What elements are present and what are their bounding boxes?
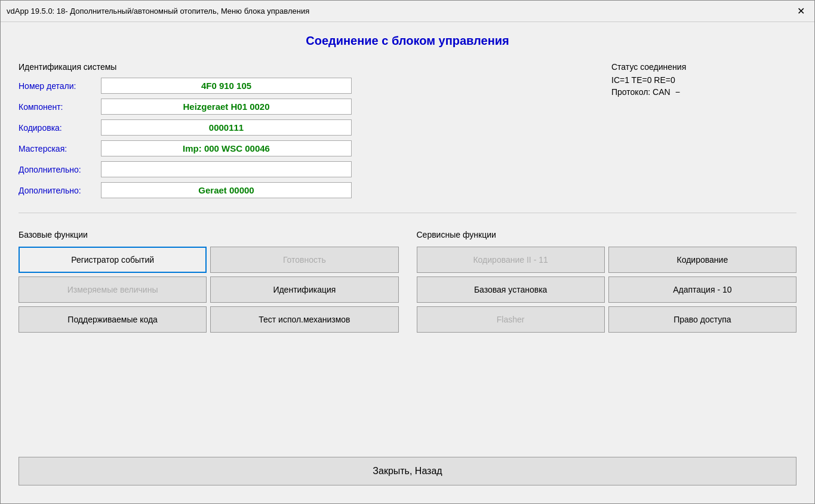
status-values: IC=1 TE=0 RE=0 bbox=[611, 75, 675, 85]
btn-supported-codes[interactable]: Поддерживаемые кода bbox=[19, 306, 207, 333]
field-value-0: 4F0 910 105 bbox=[101, 78, 352, 94]
main-content: Соединение с блоком управления Идентифик… bbox=[1, 22, 814, 503]
service-functions-grid: Кодирование II - 11 Кодирование Базовая … bbox=[417, 247, 797, 333]
field-value-3: Imp: 000 WSC 00046 bbox=[101, 140, 352, 156]
title-bar: vdApp 19.5.0: 18- Дополнительный/автоном… bbox=[1, 1, 814, 22]
field-row-2: Кодировка: 0000111 bbox=[19, 119, 593, 136]
protocol-dash: − bbox=[675, 87, 680, 97]
btn-identification[interactable]: Идентификация bbox=[210, 276, 398, 303]
status-title: Статус соединения bbox=[611, 62, 796, 72]
identification-label: Идентификация системы bbox=[19, 62, 593, 72]
field-row-1: Компонент: Heizgeraet H01 0020 bbox=[19, 99, 593, 115]
basic-functions-grid: Регистратор событий Готовность Измеряемы… bbox=[19, 247, 399, 333]
field-label-2: Кодировка: bbox=[19, 123, 96, 133]
field-row-0: Номер детали: 4F0 910 105 bbox=[19, 78, 593, 94]
divider bbox=[19, 213, 796, 213]
field-row-3: Мастерская: Imp: 000 WSC 00046 bbox=[19, 140, 593, 156]
page-title: Соединение с блоком управления bbox=[19, 34, 796, 48]
btn-register-events[interactable]: Регистратор событий bbox=[19, 247, 207, 273]
service-functions-group: Сервисные функции Кодирование II - 11 Ко… bbox=[417, 230, 797, 333]
close-main-button[interactable]: Закрыть, Назад bbox=[19, 457, 796, 485]
field-value-4 bbox=[101, 161, 352, 177]
field-value-1: Heizgeraet H01 0020 bbox=[101, 99, 352, 115]
field-label-3: Мастерская: bbox=[19, 144, 96, 153]
btn-test-actuators[interactable]: Тест испол.механизмов bbox=[210, 306, 398, 333]
field-row-4: Дополнительно: bbox=[19, 161, 593, 177]
id-fields: Идентификация системы Номер детали: 4F0 … bbox=[19, 62, 593, 201]
btn-basic-setup[interactable]: Базовая установка bbox=[417, 276, 605, 303]
window-close-button[interactable]: ✕ bbox=[794, 4, 808, 18]
protocol-label: Протокол: CAN bbox=[611, 87, 671, 97]
btn-readiness: Готовность bbox=[210, 247, 398, 273]
status-section: Статус соединения IC=1 TE=0 RE=0 Протоко… bbox=[605, 62, 796, 201]
btn-coding[interactable]: Кодирование bbox=[608, 247, 796, 273]
field-value-2: 0000111 bbox=[101, 119, 352, 136]
field-label-5: Дополнительно: bbox=[19, 186, 96, 195]
basic-functions-label: Базовые функции bbox=[19, 230, 399, 239]
service-functions-label: Сервисные функции bbox=[417, 230, 797, 239]
window-title: vdApp 19.5.0: 18- Дополнительный/автоном… bbox=[7, 7, 309, 16]
main-window: vdApp 19.5.0: 18- Дополнительный/автоном… bbox=[0, 0, 815, 504]
field-label-0: Номер детали: bbox=[19, 81, 96, 91]
btn-measured-values: Измеряемые величины bbox=[19, 276, 207, 303]
identification-section: Идентификация системы Номер детали: 4F0 … bbox=[19, 62, 796, 201]
close-button-row: Закрыть, Назад bbox=[19, 451, 796, 491]
field-label-1: Компонент: bbox=[19, 102, 96, 112]
status-row: IC=1 TE=0 RE=0 bbox=[611, 75, 796, 85]
btn-coding-ii: Кодирование II - 11 bbox=[417, 247, 605, 273]
protocol-row: Протокол: CAN − bbox=[611, 87, 796, 97]
functions-section: Базовые функции Регистратор событий Гото… bbox=[19, 230, 796, 333]
field-value-5: Geraet 00000 bbox=[101, 182, 352, 198]
btn-access-rights[interactable]: Право доступа bbox=[608, 306, 796, 333]
field-row-5: Дополнительно: Geraet 00000 bbox=[19, 182, 593, 198]
btn-flasher: Flasher bbox=[417, 306, 605, 333]
basic-functions-group: Базовые функции Регистратор событий Гото… bbox=[19, 230, 399, 333]
btn-adaptation[interactable]: Адаптация - 10 bbox=[608, 276, 796, 303]
field-label-4: Дополнительно: bbox=[19, 165, 96, 174]
